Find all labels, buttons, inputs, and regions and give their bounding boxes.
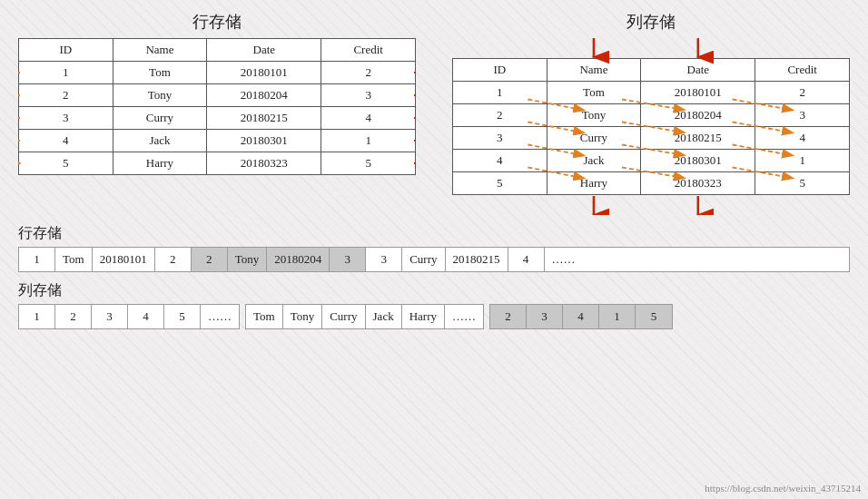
col-storage-section: 列存储 ID Name Date Credit 1Tom2018010122To…	[452, 11, 850, 215]
flat-cell: 20180101	[93, 248, 155, 271]
table-cell: 2	[321, 62, 416, 84]
col-flat-cell: 3	[527, 305, 563, 328]
col2-header-name: Name	[547, 59, 641, 82]
col-flat-cell: 4	[563, 305, 599, 328]
table-cell: 5	[755, 172, 850, 195]
flat-cell: 20180204	[267, 248, 330, 271]
table-cell: 20180204	[641, 104, 755, 127]
flat-cell: Curry	[402, 248, 445, 271]
row-storage-title: 行存储	[18, 11, 416, 33]
table-cell: Harry	[547, 172, 641, 195]
table-cell: 20180301	[641, 150, 755, 172]
table-cell: 4	[755, 127, 850, 150]
col-flat-cell: 3	[92, 305, 128, 328]
flat-cell: Tom	[55, 248, 93, 271]
table-cell: 4	[453, 150, 547, 172]
table-cell: 3	[321, 84, 416, 107]
table-cell: 3	[755, 104, 850, 127]
table-cell: Tom	[547, 82, 641, 104]
col-flat-cell: 2	[490, 305, 527, 328]
table-cell: 20180323	[207, 152, 321, 175]
col-flat-cell: Jack	[366, 305, 402, 328]
table-cell: 20180301	[207, 130, 321, 152]
flat-cell: Tony	[228, 248, 268, 271]
col-flat-cell: ……	[201, 305, 239, 328]
table-cell: 1	[19, 62, 113, 84]
table-cell: 20180215	[641, 127, 755, 150]
table-cell: Jack	[113, 130, 207, 152]
table-cell: Jack	[547, 150, 641, 172]
table-cell: 2	[19, 84, 113, 107]
table-cell: 1	[755, 150, 850, 172]
table-cell: 20180323	[641, 172, 755, 195]
table-cell: 2	[755, 82, 850, 104]
table-cell: Curry	[113, 107, 207, 130]
col-flat-cell: ……	[445, 305, 483, 328]
col2-header-id: ID	[453, 59, 547, 82]
col-header-credit: Credit	[321, 39, 416, 62]
table-cell: Harry	[113, 152, 207, 175]
col2-header-date: Date	[641, 59, 755, 82]
col-flat-cell: Harry	[402, 305, 445, 328]
col-header-name: Name	[113, 39, 207, 62]
col-flat-cell: Tom	[246, 305, 283, 328]
col-flat-table: 12345……	[18, 304, 240, 329]
table-cell: 4	[321, 107, 416, 130]
row-storage-table: ID Name Date Credit 1Tom2018010122Tony20…	[18, 38, 416, 175]
table-cell: 3	[19, 107, 113, 130]
flat-cell: 3	[366, 248, 402, 271]
bottom-row-label: 行存储	[18, 224, 850, 243]
row-flat-table: 1Tom2018010122Tony2018020433Curry2018021…	[18, 247, 850, 272]
col-flat-table: 23415	[489, 304, 673, 329]
table-cell: 20180215	[207, 107, 321, 130]
bottom-col-label: 列存储	[18, 281, 850, 300]
col-storage-title: 列存储	[452, 11, 850, 33]
col-flat-table: TomTonyCurryJackHarry……	[245, 304, 484, 329]
table-cell: 3	[453, 127, 547, 150]
col2-header-credit: Credit	[755, 59, 850, 82]
flat-cell: 2	[155, 248, 192, 271]
table-cell: 2	[453, 104, 547, 127]
col-flat-cell: 2	[55, 305, 92, 328]
col-header-id: ID	[19, 39, 113, 62]
col-flat-cell: 1	[19, 305, 55, 328]
table-cell: Curry	[547, 127, 641, 150]
col-flat-cell: 5	[636, 305, 672, 328]
watermark: https://blog.csdn.net/weixin_43715214	[705, 483, 861, 494]
col-header-date: Date	[207, 39, 321, 62]
table-cell: 5	[321, 152, 416, 175]
table-cell: 4	[19, 130, 113, 152]
table-cell: Tony	[547, 104, 641, 127]
table-cell: Tony	[113, 84, 207, 107]
col-flat-cell: 5	[164, 305, 201, 328]
flat-cell: 3	[330, 248, 366, 271]
col-flat-container: 12345……TomTonyCurryJackHarry……23415	[18, 304, 850, 338]
col-flat-cell: 4	[128, 305, 164, 328]
flat-cell: 4	[508, 248, 545, 271]
col-flat-cell: Curry	[322, 305, 365, 328]
table-cell: 20180101	[207, 62, 321, 84]
table-cell: 5	[19, 152, 113, 175]
row-storage-section: 行存储 ID Name Date Credit 1Tom2018010122To…	[18, 11, 416, 215]
table-cell: 20180101	[641, 82, 755, 104]
col-flat-cell: Tony	[283, 305, 323, 328]
col-storage-table: ID Name Date Credit 1Tom2018010122Tony20…	[452, 58, 850, 195]
table-cell: 5	[453, 172, 547, 195]
flat-cell: 1	[19, 248, 55, 271]
table-cell: Tom	[113, 62, 207, 84]
table-cell: 1	[321, 130, 416, 152]
flat-cell: ……	[545, 248, 583, 271]
flat-cell: 2	[192, 248, 228, 271]
table-cell: 20180204	[207, 84, 321, 107]
table-cell: 1	[453, 82, 547, 104]
col-flat-cell: 1	[599, 305, 636, 328]
flat-cell: 20180215	[446, 248, 508, 271]
